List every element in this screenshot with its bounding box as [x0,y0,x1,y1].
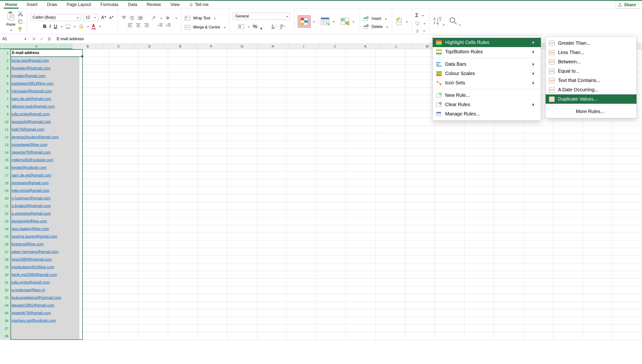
fill-icon[interactable] [415,22,420,25]
cell[interactable] [257,248,287,256]
cell[interactable] [553,317,583,324]
cell[interactable] [139,332,168,340]
cell[interactable] [494,332,524,340]
email-cell[interactable]: sam.de.wit@gmail.com [10,95,79,103]
cell[interactable] [316,194,346,202]
format-as-table-icon[interactable] [320,16,331,27]
cell[interactable] [464,279,494,286]
cell[interactable] [524,179,553,187]
tab-page-layout[interactable]: Page Layout [66,2,92,7]
cell[interactable] [257,233,287,240]
cell[interactable] [435,164,464,172]
bold-button[interactable]: B [43,24,46,29]
cell[interactable] [346,164,376,172]
cell[interactable] [257,80,287,88]
cell[interactable] [346,309,376,317]
cell[interactable] [464,271,494,279]
row-header[interactable]: 35 [0,309,10,317]
cell[interactable] [464,317,494,324]
menu-between[interactable]: Between... [546,57,636,66]
cell[interactable] [524,149,553,156]
cell[interactable] [524,141,553,149]
cell[interactable] [198,149,227,156]
cell[interactable] [227,149,257,156]
cell[interactable] [227,80,257,88]
cell[interactable] [464,172,494,179]
cell[interactable] [376,194,405,202]
cell[interactable] [168,271,198,279]
row-header[interactable]: 27 [0,248,10,256]
cell[interactable] [346,103,376,110]
cell[interactable] [168,118,198,126]
cell[interactable] [583,218,612,225]
cell[interactable] [316,164,346,172]
cell[interactable] [435,172,464,179]
cell[interactable] [79,126,109,133]
cell[interactable] [316,302,346,309]
cell[interactable] [168,141,198,149]
cell[interactable] [405,210,435,218]
cell[interactable] [346,240,376,248]
cell[interactable] [139,95,168,103]
cell[interactable] [286,324,316,332]
border-dropdown[interactable] [73,24,76,28]
cell[interactable] [376,294,405,302]
cell[interactable] [139,156,168,164]
cell[interactable] [612,133,642,141]
cell[interactable] [227,233,257,240]
cell[interactable] [227,210,257,218]
email-cell[interactable]: zegertje79@gmail.com [10,149,79,156]
cell[interactable] [109,332,139,340]
cell[interactable] [494,179,524,187]
cell[interactable] [405,240,435,248]
cell[interactable] [139,294,168,302]
cell[interactable] [494,248,524,256]
column-header-B[interactable]: B [73,44,103,49]
cell[interactable] [139,57,168,64]
cell[interactable] [198,118,227,126]
copy-icon[interactable] [18,19,23,24]
cell[interactable] [139,194,168,202]
cell[interactable] [405,225,435,233]
cell[interactable] [405,202,435,210]
cell[interactable] [316,103,346,110]
cell[interactable] [286,302,316,309]
cell[interactable] [524,187,553,194]
cell[interactable] [257,210,287,218]
cell[interactable] [376,88,405,95]
cell[interactable] [583,187,612,194]
cell[interactable] [612,194,642,202]
cell[interactable] [257,133,287,141]
row-header[interactable]: 25 [0,233,10,240]
cell[interactable] [524,256,553,264]
cell[interactable] [257,294,287,302]
cell[interactable] [346,194,376,202]
cell[interactable] [109,187,139,194]
cell[interactable] [168,95,198,103]
cell[interactable] [553,294,583,302]
cell[interactable] [346,218,376,225]
cell[interactable] [109,317,139,324]
cell[interactable] [316,233,346,240]
cell[interactable] [286,294,316,302]
row-header[interactable]: 7 [0,95,10,103]
cell[interactable] [346,80,376,88]
cell[interactable] [583,279,612,286]
cell[interactable] [583,149,612,156]
cell[interactable] [198,302,227,309]
cell[interactable] [524,286,553,294]
cell[interactable] [79,264,109,271]
cell[interactable] [257,64,287,72]
cell[interactable] [435,233,464,240]
clear-icon[interactable] [415,28,420,33]
cell[interactable] [257,103,287,110]
menu-colour-scales[interactable]: Colour Scales [433,69,541,78]
cell[interactable] [346,324,376,332]
cell[interactable] [257,332,287,340]
cell[interactable] [198,72,227,80]
email-cell[interactable]: zegertje79@gmail.com [10,309,79,317]
cell[interactable] [524,133,553,141]
email-cell[interactable]: nina1980@hotmail.com [10,256,79,264]
column-header-E[interactable]: E [165,44,196,49]
cell[interactable] [198,256,227,264]
